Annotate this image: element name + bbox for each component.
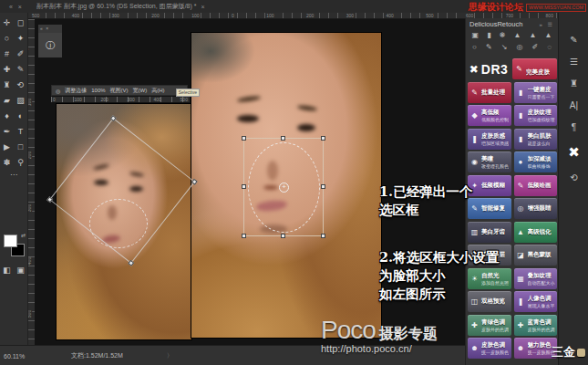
photoshop-window: « × 副本副本 副本.jpg @ 60.1% (DS Selection, 图… (0, 0, 588, 365)
clone-source-panel-icon[interactable]: ♜ (570, 78, 578, 89)
transform-handle[interactable] (242, 136, 246, 141)
button-label: 一键磨皮 (528, 86, 555, 94)
transform-handle[interactable] (321, 184, 325, 189)
document-tab-title[interactable]: 副本副本 副本.jpg @ 60.1% (DS Selection, 图层蒙版/… (36, 2, 197, 11)
screen-mode-icon[interactable]: ▣ (15, 265, 26, 276)
swap-colors-icon[interactable]: ⇄ (21, 232, 26, 238)
transform-handle[interactable] (242, 234, 246, 238)
marquee-tool-icon[interactable]: ◻ (15, 17, 26, 29)
dr-menu-icon[interactable]: ☰ (548, 22, 554, 27)
transform-handle[interactable] (321, 234, 325, 238)
ellipse-icon[interactable]: ○ (472, 43, 477, 51)
info-icon[interactable]: ⓘ (46, 39, 55, 52)
button-subtitle: 低频颜色控制 (481, 117, 509, 122)
transform-handle[interactable] (281, 136, 285, 141)
button-加深减淡[interactable]: ●加深减淡双曲线修饰 (514, 151, 558, 172)
options-bar-item[interactable]: 调整边缘 (65, 87, 87, 95)
type-tool-icon[interactable]: T (15, 126, 26, 138)
tab-scroll-controls[interactable]: « × (9, 4, 24, 10)
pen-icon[interactable]: ✐ (531, 43, 538, 51)
options-bar-item[interactable]: ◎ (56, 88, 60, 94)
quick-mask-icon[interactable]: ◧ (1, 265, 13, 276)
button-皮肤纹理[interactable]: ▮皮肤纹理增加虚拟纹理 (514, 105, 558, 126)
paragraph-panel-icon[interactable]: ¶ (572, 122, 576, 132)
rect-icon[interactable]: ▮ (487, 31, 490, 39)
character-panel-icon[interactable]: A| (570, 100, 578, 110)
transform-handle[interactable] (321, 136, 325, 141)
gradient-tool-icon[interactable]: ▨ (15, 95, 26, 107)
zoom-level-field[interactable]: 60.11% (4, 353, 58, 360)
brushtip-1-icon[interactable]: ▲ (514, 31, 521, 39)
clone-stamp-tool-icon[interactable]: ♜ (1, 79, 13, 91)
button-icon: ❚ (470, 135, 479, 143)
pen-tool-icon[interactable]: ✒ (1, 126, 13, 138)
blur-tool-icon[interactable]: ♦ (1, 110, 13, 122)
button-icon: ▲ (517, 228, 525, 236)
transform-icon[interactable]: ▣ (472, 31, 480, 39)
history-brush-tool-icon[interactable]: ⟲ (15, 79, 26, 91)
target-icon[interactable]: ◎ (516, 43, 522, 51)
dr-collapse-icon[interactable]: » (540, 22, 544, 27)
options-bar-item[interactable]: 100% (91, 88, 105, 93)
paint-icon[interactable]: ✎ (486, 43, 492, 51)
quick-select-tool-icon[interactable]: ✦ (15, 33, 26, 45)
button-叠加纹理[interactable]: ▦叠加纹理自动匹配大小 (514, 268, 558, 289)
foreground-color-swatch[interactable] (4, 235, 17, 247)
button-高低频[interactable]: ◆高低频低频颜色控制 (468, 105, 511, 126)
dodge-tool-icon[interactable]: ◐ (15, 110, 26, 122)
dr-tool-icons-row2: ○✎↘◎✐◌ (466, 41, 558, 53)
dr-tool-icons-row1: ▣▮❋▲▲▲ (466, 29, 558, 41)
button-perfect-skin[interactable]: ✎ 完美皮肤 (512, 58, 557, 79)
options-bar-item[interactable]: 宽(W) (133, 87, 148, 95)
eyedropper-tool-icon[interactable]: ✐ (15, 48, 26, 60)
healing-brush-tool-icon[interactable]: ✚ (1, 64, 13, 76)
more-tools-icon[interactable]: ⋯ (0, 171, 27, 179)
options-bar-item[interactable]: 高(H) (151, 87, 164, 95)
shape-tool-icon[interactable]: □ (15, 141, 26, 153)
mini-ruler-label: 300 (128, 97, 135, 102)
adjustments-panel-icon[interactable]: ☰ (570, 57, 578, 67)
path-select-tool-icon[interactable]: ▶ (1, 141, 13, 153)
button-高级锐化[interactable]: ▲高级锐化 (514, 222, 558, 243)
zoom-tool-icon[interactable]: ⚲ (15, 157, 26, 169)
face-selection-ellipse-right[interactable] (248, 142, 320, 233)
status-popup-arrow[interactable]: 〉 (167, 351, 173, 360)
brushtip-2-icon[interactable]: ▲ (530, 31, 537, 39)
button-批量处理[interactable]: ✎批量处理 (468, 82, 511, 103)
brushtip-3-icon[interactable]: ▲ (545, 31, 552, 39)
transform-handle[interactable] (281, 234, 285, 238)
dr-panel-header: DeliciousRetouch » ☰ (466, 18, 558, 29)
lasso-tool-icon[interactable]: ○ (1, 33, 13, 45)
button-subtitle: 只需要点一下 (528, 94, 555, 99)
button-label: 高级锐化 (528, 228, 552, 236)
face-selection-ellipse-left[interactable] (89, 199, 148, 248)
transform-handle[interactable] (242, 184, 246, 189)
button-魅力肤色[interactable]: ☻魅力肤色统一皮肤颜色 (514, 338, 558, 359)
info-panel-header[interactable]: « × (38, 25, 62, 33)
arrow-icon[interactable]: ↘ (501, 43, 508, 51)
tab-close-icon[interactable]: × (201, 4, 204, 10)
eraser-tool-icon[interactable]: ▰ (1, 95, 13, 107)
move-tool-icon[interactable]: ✛ (1, 17, 13, 29)
button-一键磨皮[interactable]: ▮一键磨皮只需要点一下 (514, 82, 558, 103)
button-人像色调[interactable]: ❚人像色调展现人像水平 (514, 291, 558, 312)
dotted-circle-icon[interactable]: ◌ (547, 43, 552, 51)
hand-tool-icon[interactable]: ✽ (1, 157, 13, 169)
splat-icon[interactable]: ❋ (500, 31, 506, 39)
brush-tool-icon[interactable]: ✎ (15, 64, 26, 76)
button-label: 魅力肤色 (528, 341, 555, 349)
button-皮肤色调[interactable]: ☻皮肤色调统一皮肤颜色 (468, 338, 511, 359)
brush-panel-icon[interactable]: ✎ (570, 35, 577, 45)
button-黑色蒙版[interactable]: ◪黑色蒙版 (514, 245, 558, 266)
dr-tools-panel-icon[interactable]: ✖ (568, 144, 580, 161)
button-美白肌肤[interactable]: ▮美白肌肤就是这么白 (514, 129, 558, 150)
button-低频绘画[interactable]: ✎低频绘画 (514, 175, 558, 196)
options-bar-item[interactable]: 视图(V) (110, 87, 129, 95)
history-panel-icon[interactable]: ⟲ (570, 172, 577, 182)
button-增强眼睛[interactable]: ◎增强眼睛 (514, 198, 558, 219)
annotation-step-1: 1.已经弹出一个 选区框 (379, 182, 516, 219)
crop-tool-icon[interactable]: # (1, 48, 13, 60)
button-icon: ▮ (517, 135, 525, 143)
button-蓝青色调[interactable]: ✚蓝青色调皮肤外的色调 (514, 315, 558, 336)
button-皮肤质感[interactable]: ❚皮肤质感增加区域质感 (468, 129, 511, 150)
